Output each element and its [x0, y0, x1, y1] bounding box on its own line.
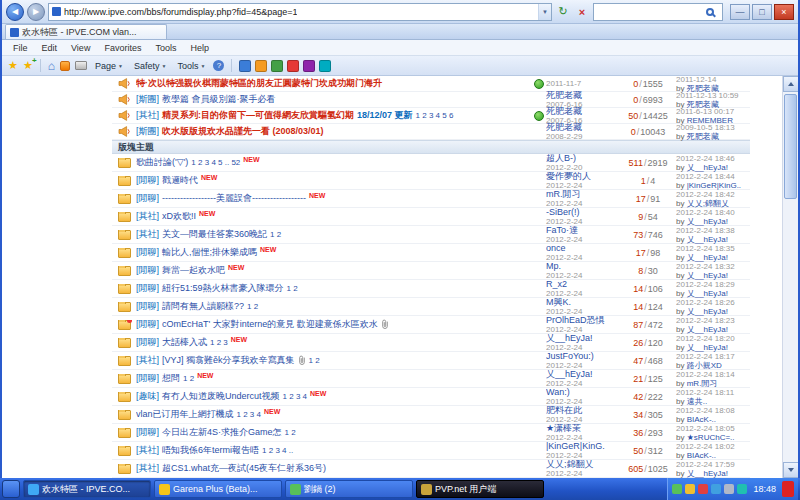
thread-title-link[interactable]: 教學篇 會員級別篇·聚手必看	[162, 93, 276, 106]
rss-feed-icon[interactable]	[60, 61, 70, 71]
menu-favorites[interactable]: Favorites	[97, 43, 148, 53]
thread-author-link[interactable]: R_x2	[546, 280, 620, 289]
taskbar-task-1[interactable]: Garena Plus (Beta)...	[154, 480, 282, 498]
thread-author-link[interactable]: -SiBer(!)	[546, 208, 620, 217]
lastpost-author-link[interactable]: 乂__hEyJa!	[687, 343, 728, 352]
thread-title-link[interactable]: 輸比人,個悝;排休樂成嗎	[162, 246, 257, 259]
home-icon[interactable]: ⌂	[48, 60, 55, 72]
safety-menu[interactable]: Safety▼	[131, 60, 169, 72]
thread-category-link[interactable]: [其社]	[136, 228, 159, 241]
thread-category-link[interactable]: [斯團]	[136, 93, 159, 106]
scroll-up-button[interactable]	[783, 76, 798, 92]
lastpost-author-link[interactable]: 乂乂;錦翻乂	[687, 199, 729, 208]
menu-edit[interactable]: Edit	[35, 43, 65, 53]
lastpost-author-link[interactable]: 乂__hEyJa!	[687, 217, 728, 226]
thread-author-link[interactable]: 愛作夢的人	[546, 172, 620, 181]
plugin-icon-orange[interactable]	[255, 60, 267, 72]
thread-pagination[interactable]: 1 2 3 4 ..	[262, 446, 293, 455]
thread-title-link[interactable]: 精灵系列:目的你留下—可值得網友欣賞驅氢幻期	[162, 109, 354, 122]
menu-file[interactable]: File	[6, 43, 35, 53]
thread-pagination[interactable]: 1 2	[285, 428, 296, 437]
add-favorite-icon[interactable]: ★	[23, 60, 33, 71]
thread-author-link[interactable]: ★潇棒茉	[546, 424, 620, 433]
back-button[interactable]: ◀	[6, 3, 24, 21]
favorites-star-icon[interactable]: ★	[8, 60, 18, 71]
thread-category-link[interactable]: [閒聊]	[136, 336, 159, 349]
thread-category-link[interactable]: [閒聊]	[136, 318, 159, 331]
tray-corner-icon[interactable]	[782, 481, 794, 497]
thread-author-link[interactable]: Mp.	[546, 262, 620, 271]
thread-author-link[interactable]: M興K.	[546, 298, 620, 307]
address-bar[interactable]: http://www.ipve.com/bbs/forumdisplay.php…	[48, 3, 552, 21]
lastpost-author-link[interactable]: 乂__hEyJa!	[687, 253, 728, 262]
thread-author-link[interactable]: 乂乂;錦翻乂	[546, 460, 620, 469]
taskbar-task-0[interactable]: 欢水特區 - IPVE.CO...	[23, 480, 151, 498]
plugin-icon-purple[interactable]	[303, 60, 315, 72]
help-icon[interactable]: ?	[213, 60, 224, 71]
scroll-down-button[interactable]	[783, 462, 798, 478]
thread-update-link[interactable]: 18/12/07 更新	[357, 109, 413, 122]
thread-author-link[interactable]: 死肥老藏	[546, 91, 620, 100]
thread-category-link[interactable]: [閒聊]	[136, 246, 159, 259]
thread-author-link[interactable]: 肥料在此	[546, 406, 620, 415]
thread-category-link[interactable]: [其社]	[136, 444, 159, 457]
refresh-button[interactable]: ↻	[555, 5, 571, 18]
thread-author-link[interactable]: |KinGeR|KinG.	[546, 442, 620, 451]
thread-author-link[interactable]: mR.閒习	[546, 190, 620, 199]
lastpost-author-link[interactable]: 乂__hEyJa!	[687, 289, 728, 298]
thread-title-link[interactable]: 关文—問最佳答案360晚記	[162, 228, 267, 241]
thread-author-link[interactable]: 死肥老藏	[546, 123, 620, 132]
plugin-icon-red[interactable]	[287, 60, 299, 72]
thread-category-link[interactable]: [斯團]	[136, 125, 159, 138]
thread-category-link[interactable]: [其社]	[136, 109, 159, 122]
thread-author-link[interactable]: 乂__hEyJa!	[546, 370, 620, 379]
tray-teal-icon[interactable]	[737, 484, 747, 494]
thread-author-link[interactable]: once	[546, 244, 620, 253]
lastpost-author-link[interactable]: 乂__hEyJa!	[687, 163, 728, 172]
thread-category-link[interactable]: [閒聊]	[136, 372, 159, 385]
tray-red-icon[interactable]	[698, 484, 708, 494]
thread-author-link[interactable]: 超人B-)	[546, 154, 620, 163]
thread-pagination[interactable]: 1 2	[287, 284, 298, 293]
thread-category-link[interactable]: [閒聊]	[136, 300, 159, 313]
thread-author-link[interactable]: Wan:)	[546, 388, 620, 397]
plugin-icon-green[interactable]	[271, 60, 283, 72]
start-button[interactable]	[2, 480, 20, 498]
menu-help[interactable]: Help	[183, 43, 216, 53]
plugin-icon-blue[interactable]	[239, 60, 251, 72]
tray-green-icon[interactable]	[672, 484, 682, 494]
thread-title-link[interactable]: cOmEcHaT' 大家對interne的意見 歡迎建意係水區欢水	[162, 318, 378, 331]
thread-author-link[interactable]: FaTo·達	[546, 226, 620, 235]
thread-pagination[interactable]: 1 2 3 4	[237, 410, 261, 419]
thread-pagination[interactable]: 1 2	[309, 356, 320, 365]
thread-title-link[interactable]: 吹水版版規欢水品謹先一看 (2008/03/01)	[162, 125, 324, 138]
tray-grey-icon[interactable]	[724, 484, 734, 494]
tray-yellow-icon[interactable]	[685, 484, 695, 494]
menu-tools[interactable]: Tools	[148, 43, 183, 53]
search-icon[interactable]	[706, 8, 714, 16]
thread-author-link[interactable]: PrOlhEaD恐惧	[546, 316, 620, 325]
thread-pagination[interactable]: 1 2	[247, 302, 258, 311]
thread-category-link[interactable]: [其社]	[136, 354, 159, 367]
thread-category-link[interactable]: [閒聊]	[136, 264, 159, 277]
thread-title-link[interactable]: 紐行51:59熱火林書豪入隊環分	[162, 282, 284, 295]
thread-category-link[interactable]: [閒聊]	[136, 192, 159, 205]
lastpost-author-link[interactable]: 乂__hEyJa!	[687, 271, 728, 280]
thread-pagination[interactable]: 1 2 3	[210, 338, 228, 347]
thread-title-link[interactable]: xD欢歌!I	[162, 210, 196, 223]
taskbar-task-2[interactable]: 劉鍋 (2)	[285, 480, 413, 498]
thread-title-link[interactable]: 請問有無人讀願樣??	[162, 300, 244, 313]
lastpost-author-link[interactable]: 乂__hEyJa!	[687, 235, 728, 244]
vertical-scrollbar[interactable]	[782, 76, 798, 478]
lastpost-author-link[interactable]: 乂__hEyJa!	[687, 325, 728, 334]
thread-title-link[interactable]: ------------------美麗誤會------------------	[162, 192, 306, 205]
browser-tab[interactable]: 欢水特區 - IPVE.COM vlan...	[5, 24, 167, 39]
thread-category-link[interactable]: [其社]	[136, 210, 159, 223]
thread-author-link[interactable]: 死肥老藏	[546, 107, 620, 116]
tools-menu[interactable]: Tools▼	[174, 60, 208, 72]
thread-title-link[interactable]: 唔知我係6年termi報告唔	[162, 444, 259, 457]
thread-pagination[interactable]: 1 2 3 4 5 6	[416, 111, 454, 120]
thread-title-link[interactable]: 特·次以特强親伙棋雨蒙特區的朋友正圓蒙特门坎成功期门海升	[136, 77, 382, 90]
thread-title-link[interactable]: 戳邏時代	[162, 174, 198, 187]
lastpost-author-link[interactable]: 路小親XD	[687, 361, 722, 370]
